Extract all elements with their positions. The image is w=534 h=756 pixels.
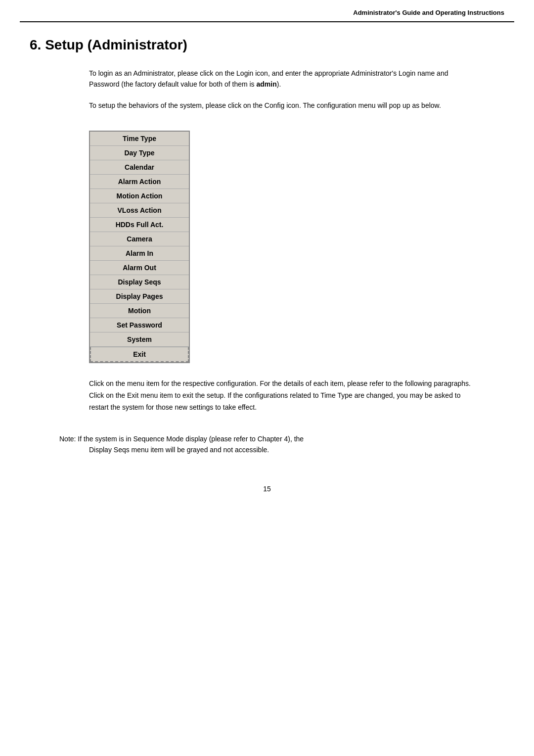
menu-item-exit[interactable]: Exit (90, 347, 189, 362)
menu-item-alarm-in[interactable]: Alarm In (90, 246, 189, 261)
config-menu: Time Type Day Type Calendar Alarm Action… (89, 131, 190, 363)
menu-item-display-pages[interactable]: Display Pages (90, 289, 189, 304)
menu-item-camera[interactable]: Camera (90, 232, 189, 246)
page-number: 15 (30, 485, 504, 503)
note-section: Note: If the system is in Sequence Mode … (59, 433, 475, 456)
menu-item-alarm-action[interactable]: Alarm Action (90, 175, 189, 189)
chapter-title: 6. Setup (Administrator) (30, 37, 504, 53)
menu-item-vloss-action[interactable]: VLoss Action (90, 203, 189, 218)
page-header-title: Administrator's Guide and Operating Inst… (353, 9, 504, 16)
menu-item-time-type[interactable]: Time Type (90, 132, 189, 146)
menu-item-calendar[interactable]: Calendar (90, 160, 189, 175)
note-line-2: Display Seqs menu item will be grayed an… (89, 444, 475, 455)
menu-item-motion[interactable]: Motion (90, 304, 189, 318)
menu-item-alarm-out[interactable]: Alarm Out (90, 261, 189, 275)
menu-item-day-type[interactable]: Day Type (90, 146, 189, 160)
menu-item-set-password[interactable]: Set Password (90, 318, 189, 332)
menu-item-motion-action[interactable]: Motion Action (90, 189, 189, 203)
description-paragraph: Click on the menu item for the respectiv… (89, 378, 475, 413)
menu-item-display-seqs[interactable]: Display Seqs (90, 275, 189, 289)
menu-item-system[interactable]: System (90, 332, 189, 347)
intro-paragraph-2: To setup the behaviors of the system, pl… (89, 100, 475, 111)
menu-item-hdds-full-act[interactable]: HDDs Full Act. (90, 218, 189, 232)
intro-paragraph-1: To login as an Administrator, please cli… (89, 68, 475, 90)
note-line-1: Note: If the system is in Sequence Mode … (59, 433, 475, 444)
